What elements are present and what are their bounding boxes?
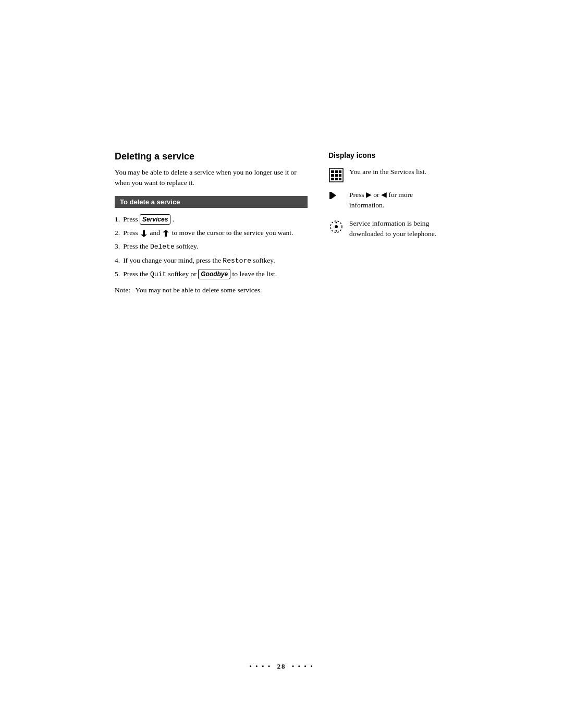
up-arrow-icon <box>162 230 169 237</box>
svg-rect-6 <box>335 170 338 173</box>
svg-point-19 <box>336 230 337 231</box>
list-item: 3. Press the Delete softkey. <box>115 241 308 252</box>
next-track-icon <box>329 191 344 200</box>
navigation-description: Press ▶ or ◀ for more information. <box>349 190 448 211</box>
svg-point-18 <box>336 221 337 223</box>
icon-box <box>328 190 344 200</box>
steps-list: 1. Press Services . 2. Press <box>115 214 308 280</box>
svg-marker-3 <box>163 230 169 232</box>
step-number: 3. <box>115 241 120 252</box>
svg-point-17 <box>335 225 338 228</box>
services-list-description: You are in the Services list. <box>349 167 426 177</box>
page-dots-left: • • • • <box>249 662 271 670</box>
page-dots-right: • • • • <box>292 662 314 670</box>
icon-box <box>328 167 344 182</box>
page-container: Deleting a service You may be able to de… <box>0 0 563 728</box>
icon-box <box>328 218 344 234</box>
svg-rect-7 <box>339 170 341 173</box>
content-area: Deleting a service You may be able to de… <box>115 151 448 295</box>
svg-rect-14 <box>329 192 331 199</box>
downloading-icon <box>329 219 344 234</box>
step-content: Press the Quit softkey or Goodbye to lea… <box>123 269 308 280</box>
svg-rect-12 <box>335 178 338 180</box>
page-number-area: • • • • 28 • • • • <box>0 662 563 671</box>
step-number: 5. <box>115 269 120 280</box>
svg-rect-9 <box>335 174 338 177</box>
display-icon-item-downloading: Service information is being downloaded … <box>328 218 448 240</box>
restore-softkey: Restore <box>223 257 251 265</box>
list-item: 2. Press and <box>115 228 308 238</box>
display-icons-title: Display icons <box>328 151 448 159</box>
step-number: 1. <box>115 214 120 225</box>
display-icon-item-services-list: You are in the Services list. <box>328 167 448 182</box>
instruction-box: To delete a service <box>115 196 308 208</box>
downloading-description: Service information is being downloaded … <box>349 218 448 240</box>
list-item: 5. Press the Quit softkey or Goodbye to … <box>115 269 308 280</box>
quit-softkey: Quit <box>150 270 166 278</box>
intro-text: You may be able to delete a service when… <box>115 167 308 189</box>
display-icon-item-navigation: Press ▶ or ◀ for more information. <box>328 190 448 211</box>
step-content: Press and to m <box>123 228 308 238</box>
left-column: Deleting a service You may be able to de… <box>115 151 308 295</box>
svg-rect-5 <box>331 170 334 173</box>
svg-marker-15 <box>331 192 336 199</box>
svg-rect-13 <box>339 178 341 180</box>
note-text: Note: You may not be able to delete some… <box>115 285 308 295</box>
svg-rect-0 <box>143 230 145 235</box>
step-content: Press Services . <box>123 214 308 225</box>
services-list-icon <box>329 168 344 182</box>
svg-rect-8 <box>331 174 334 177</box>
goodbye-key: Goodbye <box>198 269 230 279</box>
down-arrow-icon <box>140 230 148 237</box>
step-number: 2. <box>115 228 120 238</box>
step-content: Press the Delete softkey. <box>123 241 308 252</box>
svg-rect-2 <box>165 232 167 237</box>
svg-rect-11 <box>331 178 334 180</box>
svg-rect-10 <box>339 174 341 177</box>
section-title: Deleting a service <box>115 151 308 162</box>
list-item: 4. If you change your mind, press the Re… <box>115 255 308 266</box>
step-number: 4. <box>115 255 120 266</box>
services-key: Services <box>140 214 170 225</box>
list-item: 1. Press Services . <box>115 214 308 225</box>
right-column: Display icons <box>328 151 448 246</box>
two-column-layout: Deleting a service You may be able to de… <box>115 151 448 295</box>
step-content: If you change your mind, press the Resto… <box>123 255 308 266</box>
page-number: 28 <box>277 662 286 670</box>
svg-marker-1 <box>141 235 147 237</box>
delete-softkey: Delete <box>150 243 175 251</box>
